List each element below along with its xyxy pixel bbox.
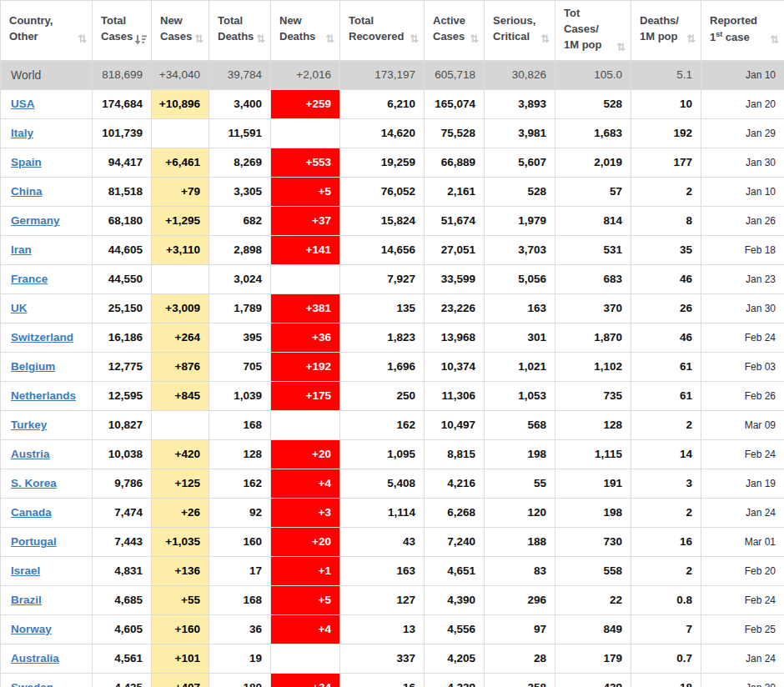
sort-both-icon[interactable]: ⇅ [254, 33, 265, 45]
table-row: UK25,150+3,0091,789+38113523,22616337026… [1, 293, 784, 323]
cell-serious-critical: 358 [485, 673, 555, 687]
cell-country: Australia [1, 644, 93, 673]
cell-first-case: Mar 09 [701, 410, 784, 439]
column-header-deaths_1m[interactable]: Deaths/1M pop⇅ [631, 1, 701, 61]
column-header-country[interactable]: Country,Other⇅ [1, 1, 93, 61]
cell-first-case: Jan 30 [701, 293, 784, 323]
country-link[interactable]: Spain [11, 156, 42, 168]
cell-total-recovered: 5,408 [340, 469, 425, 498]
country-link[interactable]: Switzerland [11, 331, 73, 344]
column-header-cases_1m[interactable]: Tot Cases/1M pop⇅ [555, 1, 631, 61]
table-row: USA174,684+10,8963,400+2596,210165,0743,… [1, 89, 784, 118]
cell-total-deaths: 1,039 [209, 381, 271, 410]
cell-cases-1m: 849 [555, 614, 631, 644]
cell-serious-critical: 3,893 [485, 89, 555, 118]
cell-country: Netherlands [1, 381, 93, 410]
sort-both-icon[interactable]: ⇅ [76, 33, 87, 45]
sort-both-icon[interactable]: ⇅ [408, 33, 419, 45]
cell-active-cases: 4,216 [425, 469, 485, 498]
cell-total-deaths: 3,024 [209, 264, 271, 293]
country-link[interactable]: Israel [11, 564, 40, 577]
cell-serious-critical: 120 [485, 498, 555, 527]
column-header-total_recovered[interactable]: TotalRecovered⇅ [340, 1, 425, 61]
cell-first-case: Jan 26 [701, 206, 784, 235]
cell-new-cases: +264 [152, 323, 209, 352]
cell-first-case: Feb 20 [701, 556, 784, 585]
country-link[interactable]: Sweden [11, 681, 53, 687]
cell-total-cases: 10,038 [93, 439, 152, 469]
cell-new-cases: +160 [152, 614, 209, 644]
country-link[interactable]: Italy [11, 127, 33, 139]
cell-total-cases: 44,550 [93, 264, 152, 293]
column-header-new_deaths[interactable]: NewDeaths⇅ [271, 1, 340, 61]
cell-deaths-1m: 177 [631, 148, 701, 177]
cell-new-deaths: +141 [271, 235, 340, 264]
column-header-serious_critical[interactable]: Serious,Critical⇅ [485, 1, 555, 61]
sort-both-icon[interactable]: ⇅ [768, 33, 779, 46]
cell-total-cases: 16,186 [93, 323, 152, 352]
cell-active-cases: 4,556 [425, 614, 485, 644]
table-row: Australia4,561+101193374,205281790.7Jan … [1, 644, 784, 673]
country-link[interactable]: Australia [11, 652, 59, 664]
sort-both-icon[interactable]: ⇅ [324, 33, 334, 45]
cell-new-deaths [271, 118, 340, 148]
cell-total-cases: 4,831 [93, 556, 152, 585]
column-header-total_deaths[interactable]: TotalDeaths⇅ [209, 1, 271, 61]
cell-total-recovered: 15,824 [340, 206, 425, 235]
column-header-total_cases[interactable]: TotalCases [93, 1, 152, 61]
cell-serious-critical: 3,981 [485, 118, 555, 148]
cell-new-deaths: +5 [271, 585, 340, 614]
cell-serious-critical: 97 [485, 614, 555, 644]
country-link[interactable]: Turkey [11, 419, 47, 431]
country-link[interactable]: USA [11, 98, 35, 110]
country-label: World [11, 68, 41, 82]
cell-country: Israel [1, 556, 93, 585]
cell-deaths-1m: 3 [631, 469, 701, 498]
sort-both-icon[interactable]: ⇅ [193, 33, 204, 45]
cell-new-deaths: +34 [271, 673, 340, 687]
cell-first-case: Jan 10 [701, 177, 784, 206]
country-link[interactable]: Netherlands [11, 389, 76, 402]
column-header-active_cases[interactable]: ActiveCases⇅ [425, 1, 485, 61]
cell-total-deaths: 162 [209, 469, 271, 498]
cell-serious-critical: 3,703 [485, 235, 555, 264]
cell-total-deaths: 682 [209, 206, 271, 235]
cell-total-deaths: 2,898 [209, 235, 271, 264]
country-link[interactable]: Portugal [11, 535, 57, 548]
country-link[interactable]: Canada [11, 506, 52, 519]
country-link[interactable]: Brazil [11, 594, 42, 606]
cell-country: Belgium [1, 352, 93, 381]
cell-total-recovered: 127 [340, 585, 425, 614]
country-link[interactable]: Austria [11, 448, 50, 460]
country-link[interactable]: Belgium [11, 360, 55, 373]
country-link[interactable]: Germany [11, 214, 60, 227]
cell-new-cases: +136 [152, 556, 209, 585]
sort-both-icon[interactable]: ⇅ [468, 33, 479, 45]
column-header-first_case[interactable]: Reported1st case⇅ [701, 1, 784, 61]
cell-total-recovered: 7,927 [340, 264, 425, 293]
cell-first-case: Mar 01 [701, 527, 784, 556]
cell-cases-1m: 1,102 [555, 352, 631, 381]
cell-country: USA [1, 89, 93, 118]
sort-desc-icon[interactable] [133, 34, 147, 45]
column-label-active_cases: ActiveCases [433, 13, 465, 45]
country-link[interactable]: France [11, 273, 48, 285]
sort-both-icon[interactable]: ⇅ [539, 33, 550, 45]
cell-total-cases: 12,775 [93, 352, 152, 381]
table-row: Israel4,831+13617+11634,651835582Feb 20 [1, 556, 784, 585]
table-row: France44,5503,0247,92733,5995,05668346Ja… [1, 264, 784, 293]
country-link[interactable]: S. Korea [11, 477, 57, 489]
country-link[interactable]: Iran [11, 243, 32, 256]
covid-stats-table: Country,Other⇅TotalCasesNewCases⇅TotalDe… [0, 0, 784, 687]
country-link[interactable]: China [11, 185, 43, 198]
cell-total-recovered: 19,259 [340, 148, 425, 177]
country-link[interactable]: Norway [11, 623, 52, 635]
cell-total-recovered: 1,114 [340, 498, 425, 527]
country-link[interactable]: UK [11, 302, 28, 314]
cell-serious-critical: 528 [485, 177, 555, 206]
cell-total-cases: 44,605 [93, 235, 152, 264]
column-header-new_cases[interactable]: NewCases⇅ [152, 1, 209, 61]
sort-both-icon[interactable]: ⇅ [685, 33, 696, 45]
sort-both-icon[interactable]: ⇅ [615, 41, 626, 53]
column-label-new_deaths: NewDeaths [279, 13, 315, 45]
